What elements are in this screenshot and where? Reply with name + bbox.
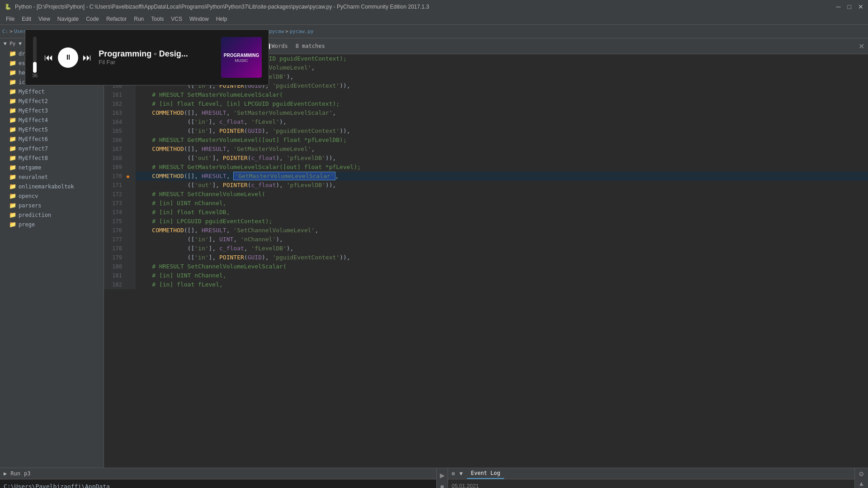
sidebar-item-parsers[interactable]: 📁 parsers (0, 201, 104, 210)
sidebar-item-neuralnet[interactable]: 📁 neuralnet (0, 172, 104, 182)
maximize-button[interactable]: □ (848, 3, 851, 10)
code-line-179: 179 (['in'], POINTER(GUID), 'pguidEventC… (104, 253, 868, 262)
line-number: 169 (104, 163, 127, 172)
line-gutter (127, 235, 136, 244)
line-gutter (127, 271, 136, 280)
album-art: PROGRAMMING MUSIC (221, 37, 262, 78)
next-track-button[interactable]: ⏭ (83, 52, 92, 63)
line-gutter (127, 154, 136, 163)
line-number: 171 (104, 181, 127, 190)
breadcrumb-part[interactable]: C: (2, 28, 8, 34)
sidebar-item-onlinemarkaboltok[interactable]: 📁 onlinemarkaboltok (0, 182, 104, 191)
music-title: Programming ◦ Desig... (99, 49, 214, 59)
line-gutter (127, 108, 136, 117)
menu-view[interactable]: View (35, 14, 54, 24)
line-number: 177 (104, 235, 127, 244)
menu-file[interactable]: File (2, 14, 18, 24)
run-stop-button[interactable]: ■ (439, 482, 445, 488)
line-number: 172 (104, 190, 127, 199)
volume-bar (33, 37, 37, 73)
code-line-181: 181 # [in] UINT nChannel, (104, 271, 868, 280)
sidebar-item-myeffect7[interactable]: 📁 myeffect7 (0, 144, 104, 153)
line-content: (['in'], c_float, 'fLevel'), (136, 117, 868, 127)
code-editor[interactable]: 157 # [in] float fLevelDB, [in] LPCGUID … (104, 54, 868, 468)
line-number: 162 (104, 99, 127, 108)
event-log-tab[interactable]: Event Log (467, 468, 504, 479)
line-gutter (127, 117, 136, 127)
run-sidebar-toolbar: ▶ ■ ↺ ⏸ ⚙ (436, 468, 448, 488)
settings-btn[interactable]: ▼ (459, 470, 462, 477)
line-number: 182 (104, 280, 127, 289)
minimize-button[interactable]: ─ (836, 3, 841, 10)
bottom-panel: ▶ Run p3 C:\Users\Pavelbizaoffi\AppData … (0, 468, 868, 488)
line-gutter (127, 262, 136, 271)
line-content: # [in] float fLevel, (136, 280, 868, 289)
line-content: (['in'], UINT, 'nChannel'), (136, 235, 868, 244)
volume-control[interactable]: 36 (32, 37, 38, 78)
line-number: 179 (104, 253, 127, 262)
sidebar-item-myeffect4[interactable]: 📁 MyEffect4 (0, 115, 104, 125)
line-gutter (127, 217, 136, 226)
sidebar-item-prege[interactable]: 📁 prege (0, 220, 104, 229)
line-gutter (127, 208, 136, 217)
breadcrumb-part[interactable]: pycaw.py (290, 28, 314, 34)
event-sidebar-gear[interactable]: ⚙ (859, 470, 864, 478)
menu-refactor[interactable]: Refactor (103, 14, 130, 24)
music-artist: Fil Far (99, 59, 214, 66)
event-sidebar-up[interactable]: ▲ (859, 480, 865, 487)
sidebar-item-myeffect[interactable]: 📁 MyEffect (0, 87, 104, 96)
menu-navigate[interactable]: Navigate (54, 14, 82, 24)
code-line-174: 174 # [in] float fLevelDB, (104, 208, 868, 217)
menu-bar: File Edit View Navigate Code Refactor Ru… (0, 14, 868, 25)
line-gutter (127, 145, 136, 154)
line-content: COMMETHOD([], HRESULT, 'GetMasterVolumeL… (136, 172, 868, 181)
sidebar-item-myeffect2[interactable]: 📁 MyEffect2 (0, 96, 104, 106)
sidebar: ▼ Py ▼ Project 📁 drawing 📁 est 📁 helpexp… (0, 38, 104, 468)
line-content: (['in'], c_float, 'fLevelDB'), (136, 244, 868, 253)
match-count: 8 matches (296, 43, 325, 49)
menu-run[interactable]: Run (130, 14, 147, 24)
code-line-176: 176 COMMETHOD([], HRESULT, 'SetChannelVo… (104, 226, 868, 235)
code-line-166: 166 # HRESULT GetMasterVolumeLevel([out]… (104, 136, 868, 145)
code-line-173: 173 # [in] UINT nChannel, (104, 199, 868, 208)
line-number: 180 (104, 262, 127, 271)
code-line-164: 164 (['in'], c_float, 'fLevel'), (104, 117, 868, 127)
line-number: 176 (104, 226, 127, 235)
line-content: # HRESULT SetMasterVolumeLevelScalar( (136, 90, 868, 99)
code-line-168: 168 (['out'], POINTER(c_float), 'pfLevel… (104, 154, 868, 163)
code-line-182: 182 # [in] float fLevel, (104, 280, 868, 289)
play-pause-button[interactable]: ⏸ (58, 47, 78, 68)
menu-edit[interactable]: Edit (18, 14, 35, 24)
code-line-167: 167 COMMETHOD([], HRESULT, 'GetMasterVol… (104, 145, 868, 154)
code-line-170: 170 ● COMMETHOD([], HRESULT, 'GetMasterV… (104, 172, 868, 181)
line-content: # [in] LPCGUID pguidEventContext); (136, 217, 868, 226)
menu-window[interactable]: Window (186, 14, 212, 24)
line-gutter (127, 244, 136, 253)
sidebar-item-prediction[interactable]: 📁 prediction (0, 210, 104, 220)
run-play-button[interactable]: ▶ (439, 470, 446, 480)
line-gutter (127, 136, 136, 145)
sidebar-item-myeffect6[interactable]: 📁 MyEffect6 (0, 134, 104, 144)
menu-tools[interactable]: Tools (147, 14, 167, 24)
menu-code[interactable]: Code (82, 14, 103, 24)
code-line-165: 165 (['in'], POINTER(GUID), 'pguidEventC… (104, 127, 868, 136)
menu-help[interactable]: Help (212, 14, 231, 24)
close-search-button[interactable]: ✕ (859, 42, 864, 51)
breadcrumb-part[interactable]: pycaw (269, 28, 284, 34)
close-button[interactable]: ✕ (858, 3, 863, 10)
sidebar-item-opencv[interactable]: 📁 opencv (0, 191, 104, 201)
line-gutter (127, 163, 136, 172)
sidebar-item-netgame[interactable]: 📁 netgame (0, 163, 104, 172)
line-gutter: ● (127, 172, 136, 181)
sidebar-item-myeffect8[interactable]: 📁 MyEffect8 (0, 153, 104, 163)
prev-track-button[interactable]: ⏮ (44, 52, 53, 63)
album-sub-text: MUSIC (235, 58, 248, 63)
run-panel: ▶ Run p3 C:\Users\Pavelbizaoffi\AppData … (0, 468, 436, 488)
gear-icon[interactable]: ⚙ (452, 470, 455, 477)
code-area: ▲ ▼ ⊕ ↕ Aa ⚙ Match Case Regex Words 8 ma… (104, 38, 868, 468)
menu-vcs[interactable]: VCS (167, 14, 186, 24)
line-number: 167 (104, 145, 127, 154)
sidebar-item-myeffect3[interactable]: 📁 MyEffect3 (0, 106, 104, 115)
line-content: (['in'], POINTER(GUID), 'pguidEventConte… (136, 127, 868, 136)
sidebar-item-myeffect5[interactable]: 📁 MyEffect5 (0, 125, 104, 134)
